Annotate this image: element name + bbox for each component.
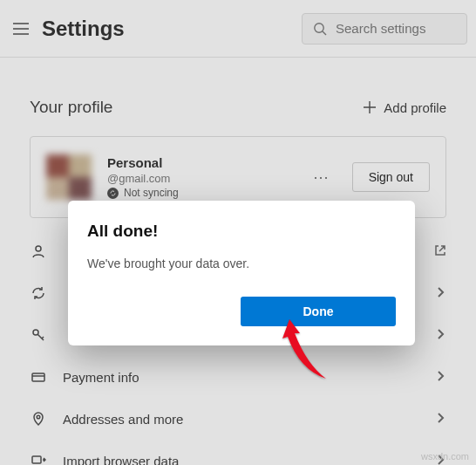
svg-point-5 xyxy=(37,415,40,419)
search-placeholder: Search settings xyxy=(336,21,425,36)
svg-rect-4 xyxy=(32,373,44,381)
dialog-title: All done! xyxy=(87,222,396,241)
person-icon xyxy=(30,243,47,259)
app-header: Settings Search settings xyxy=(0,0,476,58)
more-icon[interactable]: ··· xyxy=(307,168,337,187)
key-icon xyxy=(30,327,47,343)
card-icon xyxy=(30,369,47,385)
sync-status[interactable]: Not syncing xyxy=(107,187,291,199)
svg-rect-6 xyxy=(32,456,41,463)
import-icon xyxy=(30,453,47,465)
plus-icon xyxy=(363,100,377,114)
profile-email: @gmail.com xyxy=(107,172,291,185)
external-icon xyxy=(434,244,446,259)
svg-point-2 xyxy=(36,246,41,251)
sync-off-icon xyxy=(107,188,119,199)
signout-button[interactable]: Sign out xyxy=(352,162,430,192)
add-profile-button[interactable]: Add profile xyxy=(363,100,446,115)
location-icon xyxy=(30,411,47,427)
search-input[interactable]: Search settings xyxy=(302,13,467,44)
avatar xyxy=(46,154,92,200)
done-button[interactable]: Done xyxy=(241,297,396,326)
svg-point-1 xyxy=(107,188,119,199)
row-payment[interactable]: Payment info xyxy=(30,356,446,398)
chevron-right-icon xyxy=(434,412,446,427)
page-title: Settings xyxy=(42,17,293,41)
menu-icon[interactable] xyxy=(9,17,33,41)
section-heading: Your profile xyxy=(30,98,363,117)
chevron-right-icon xyxy=(434,286,446,301)
search-icon xyxy=(313,22,327,36)
row-addresses[interactable]: Addresses and more xyxy=(30,398,446,440)
dialog-body: We've brought your data over. xyxy=(87,256,396,270)
chevron-right-icon xyxy=(434,328,446,343)
import-complete-dialog: All done! We've brought your data over. … xyxy=(68,201,415,345)
watermark: wsxdn.com xyxy=(421,451,469,462)
profile-name: Personal xyxy=(107,155,291,170)
chevron-right-icon xyxy=(434,370,446,385)
svg-point-0 xyxy=(315,23,323,31)
sync-icon xyxy=(30,285,47,301)
row-import[interactable]: Import browser data xyxy=(30,440,446,465)
